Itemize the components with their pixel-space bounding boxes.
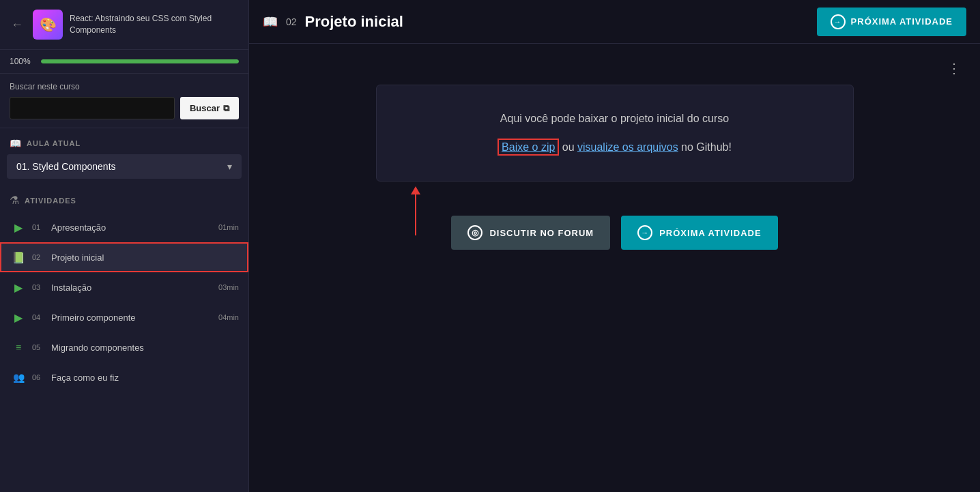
activity-num-06: 06 [32,373,44,381]
activity-item-01[interactable]: ▶ 01 Apresentação 01min [0,212,248,242]
activities-flask-icon: ⚗ [10,194,19,207]
download-zip-link[interactable]: Baixe o zip [498,139,559,156]
external-link-icon: ⧉ [223,103,229,114]
current-class-selector[interactable]: 01. Styled Components ▾ [7,154,242,179]
search-button[interactable]: Buscar ⧉ [180,97,239,119]
activity-duration-01: 01min [218,223,239,231]
forum-button-label: DISCUTIR NO FORUM [489,228,594,238]
progress-bar-wrapper: 100% [0,50,248,74]
activities-label: ATIVIDADES [25,197,76,205]
activity-name-04: Primeiro componente [51,313,212,323]
next-activity-button-bottom[interactable]: → PRÓXIMA ATIVIDADE [621,216,777,250]
project-card: Aqui você pode baixar o projeto inicial … [376,85,854,182]
activity-item-02[interactable]: 📗 02 Projeto inicial [0,242,248,272]
activity-item-06[interactable]: 👥 06 Faça como eu fiz [0,362,248,392]
chevron-down-icon: ▾ [227,161,232,172]
sidebar-header: ← 🎨 React: Abstraindo seu CSS com Styled… [0,0,248,50]
arrow-head [411,186,420,194]
activity-item-03[interactable]: ▶ 03 Instalação 03min [0,272,248,302]
top-bar-left: 📖 02 Projeto inicial [263,13,403,31]
activity-name-02: Projeto inicial [51,252,232,263]
current-class-section-header: 📖 AULA ATUAL [0,128,248,154]
activity-duration-03: 03min [218,283,239,291]
activity-play-icon-03: ▶ [12,280,25,294]
three-dots-icon: ⋮ [947,61,961,76]
activity-num-02: 02 [32,253,44,261]
search-section: Buscar neste curso Buscar ⧉ [0,74,248,128]
view-github-link[interactable]: visualize os arquivos [577,141,678,153]
activity-num-04: 04 [32,313,44,321]
project-description: Aqui você pode baixar o projeto inicial … [418,113,812,125]
progress-track [41,59,239,63]
back-icon: ← [11,18,23,31]
course-title: React: Abstraindo seu CSS com Styled Com… [70,13,240,36]
current-class-icon: 📖 [10,138,21,149]
arrow-line [415,194,416,235]
activity-book-icon: 📖 [263,14,278,29]
activity-item-05[interactable]: ≡ 05 Migrando componentes [0,332,248,362]
progress-label: 100% [10,57,34,66]
course-logo: 🎨 [33,10,63,40]
search-button-label: Buscar [190,103,220,113]
annotation-arrow [411,186,420,235]
sidebar: ← 🎨 React: Abstraindo seu CSS com Styled… [0,0,249,492]
activity-num-03: 03 [32,283,44,291]
activity-item-04[interactable]: ▶ 04 Primeiro componente 04min [0,302,248,332]
page-title: Projeto inicial [305,13,403,31]
activity-name-03: Instalação [51,283,212,293]
next-activity-label-top: PRÓXIMA ATIVIDADE [851,16,953,27]
activity-num-01: 01 [32,223,44,231]
arrow-circle-icon-bottom: → [637,225,652,240]
activity-name-06: Faça como eu fiz [51,373,232,383]
current-class-name: 01. Styled Components [16,161,116,172]
activity-num-05: 05 [32,343,44,351]
top-bar: 📖 02 Projeto inicial → PRÓXIMA ATIVIDADE [249,0,980,44]
activities-header: ⚗ ATIVIDADES [0,186,248,212]
search-row: Buscar ⧉ [10,97,239,119]
download-links: Baixe o zip ou visualize os arquivos no … [418,141,812,154]
next-activity-label-bottom: PRÓXIMA ATIVIDADE [659,228,761,238]
activity-play-icon-04: ▶ [12,310,25,324]
progress-fill [41,59,239,63]
activity-play-icon-01: ▶ [12,220,25,234]
three-dots-button[interactable]: ⋮ [942,57,966,79]
activity-people-icon-06: 👥 [12,371,25,384]
current-class-label: AULA ATUAL [27,139,81,147]
activity-book-icon-02: 📗 [12,250,25,264]
activity-name-05: Migrando componentes [51,343,232,353]
content-area: ⋮ Aqui você pode baixar o projeto inicia… [249,44,980,492]
back-button[interactable]: ← [8,15,26,35]
main-content: 📖 02 Projeto inicial → PRÓXIMA ATIVIDADE… [249,0,980,492]
next-activity-button-top[interactable]: → PRÓXIMA ATIVIDADE [817,8,966,36]
activity-list-icon-05: ≡ [12,341,25,354]
course-logo-emoji: 🎨 [40,16,57,33]
forum-icon: ◎ [467,225,482,240]
search-label: Buscar neste curso [10,82,239,91]
search-input[interactable] [10,97,175,119]
activity-number: 02 [286,16,297,27]
action-buttons: ◎ DISCUTIR NO FORUM → PRÓXIMA ATIVIDADE [451,216,777,250]
arrow-circle-icon-top: → [831,14,846,29]
activity-name-01: Apresentação [51,222,212,233]
activities-section: ⚗ ATIVIDADES ▶ 01 Apresentação 01min 📗 0… [0,186,248,399]
discuss-forum-button[interactable]: ◎ DISCUTIR NO FORUM [451,216,610,250]
activity-duration-04: 04min [218,313,239,321]
